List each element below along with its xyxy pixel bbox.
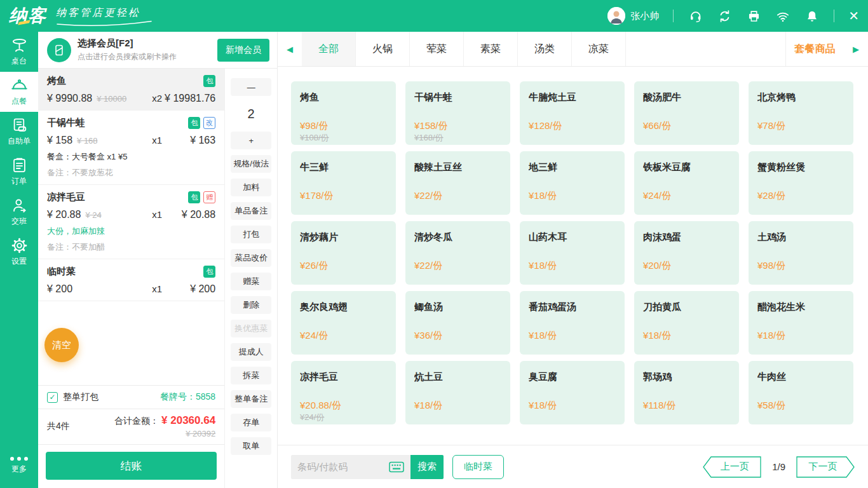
- tabs-scroll-right-icon[interactable]: ▶: [844, 32, 868, 66]
- action-delete[interactable]: 删除: [231, 296, 271, 314]
- action-pack[interactable]: 打包: [231, 226, 271, 243]
- tab-soup[interactable]: 汤类: [518, 32, 572, 66]
- add-member-button[interactable]: 新增会员: [217, 39, 269, 62]
- pack-checkbox[interactable]: ✓: [47, 392, 58, 403]
- action-order-note[interactable]: 整单备注: [231, 390, 271, 408]
- menu-item-card[interactable]: 醋泡花生米¥18/份: [749, 291, 853, 355]
- menu-item-card[interactable]: 土鸡汤¥98/份: [749, 221, 853, 285]
- cart-item-header: 临时菜包: [47, 266, 215, 278]
- menu-item-name: 山药木耳: [529, 231, 618, 243]
- self-order-icon: [11, 117, 28, 134]
- menu-item-card[interactable]: 铁板米豆腐¥24/份: [634, 151, 739, 215]
- menu-item-card[interactable]: 番茄鸡蛋汤¥18/份: [520, 291, 625, 355]
- sidebar-item-shift[interactable]: 交班: [0, 192, 38, 232]
- qty-plus-button[interactable]: +: [231, 132, 271, 149]
- menu-item-card[interactable]: 刀拍黄瓜¥18/份: [634, 291, 739, 355]
- cart-item[interactable]: 烤鱼包¥ 9990.88¥ 10000x2¥ 19981.76: [38, 69, 224, 111]
- printer-icon[interactable]: [746, 8, 761, 24]
- menu-item-card[interactable]: 地三鲜¥18/份: [520, 151, 625, 215]
- action-commission-person[interactable]: 提成人: [231, 343, 271, 361]
- tab-all[interactable]: 全部: [302, 32, 356, 66]
- next-page-button[interactable]: 下一页: [796, 456, 855, 478]
- select-member-button[interactable]: 选择会员[F2] 点击进行会员搜索或刷卡操作: [78, 37, 177, 62]
- close-icon[interactable]: ✕: [848, 10, 859, 22]
- sync-icon[interactable]: [717, 8, 732, 24]
- cart-item-total: ¥ 200: [162, 283, 215, 295]
- menu-item-card[interactable]: 凉拌毛豆¥20.88/份¥24/份: [291, 361, 396, 424]
- temp-dish-button[interactable]: 临时菜: [452, 455, 504, 479]
- menu-item-card[interactable]: 臭豆腐¥18/份: [520, 361, 625, 424]
- tabs-scroll-left-icon[interactable]: ◀: [278, 32, 302, 66]
- action-save-order[interactable]: 存单: [231, 414, 271, 431]
- tab-hotpot[interactable]: 火锅: [356, 32, 410, 66]
- tab-cold[interactable]: 凉菜: [572, 32, 626, 66]
- cart-item-prices: ¥ 20.88¥ 24x1¥ 20.88: [47, 209, 215, 220]
- action-spec-method[interactable]: 规格/做法: [231, 155, 271, 173]
- sidebar-item-orders[interactable]: 订单: [0, 152, 38, 192]
- user-menu[interactable]: 张小帅: [607, 7, 659, 25]
- action-item-note[interactable]: 单品备注: [231, 202, 271, 220]
- tab-vegetable[interactable]: 素菜: [464, 32, 518, 66]
- cart-item[interactable]: 凉拌毛豆包赠¥ 20.88¥ 24x1¥ 20.88大份，加麻加辣备注：不要加醋: [38, 185, 224, 259]
- menu-item-name: 凉拌毛豆: [300, 371, 390, 383]
- cart-item-header: 烤鱼包: [47, 75, 215, 87]
- action-swap-discount-dish[interactable]: 换优惠菜: [231, 320, 271, 337]
- menu-item-name: 烤鱼: [300, 92, 390, 104]
- member-header: 选择会员[F2] 点击进行会员搜索或刷卡操作 新增会员: [38, 32, 277, 69]
- action-retrieve-order[interactable]: 取单: [231, 437, 271, 455]
- sidebar-item-more[interactable]: 更多: [0, 444, 38, 488]
- prev-page-button[interactable]: 上一页: [703, 456, 761, 478]
- search-button[interactable]: 搜索: [410, 455, 444, 479]
- sidebar-item-label: 设置: [11, 256, 27, 267]
- menu-item-card[interactable]: 炕土豆¥18/份: [405, 361, 510, 424]
- menu-item-card[interactable]: 清炒冬瓜¥22/份: [405, 221, 510, 285]
- menu-item-card[interactable]: 酸辣土豆丝¥22/份: [405, 151, 510, 215]
- action-add-ingredient[interactable]: 加料: [231, 179, 271, 196]
- badge-pack: 包: [203, 266, 215, 278]
- sidebar-item-self-order[interactable]: 自助单: [0, 112, 38, 152]
- menu-item-card[interactable]: 酸汤肥牛¥66/份: [634, 81, 739, 145]
- item-count: 共4件: [47, 421, 70, 432]
- menu-item-card[interactable]: 牛腩炖土豆¥128/份: [520, 81, 625, 145]
- action-change-price[interactable]: 菜品改价: [231, 249, 271, 267]
- menu-item-name: 铁板米豆腐: [643, 161, 733, 173]
- menu-item-card[interactable]: 北京烤鸭¥78/份: [749, 81, 853, 145]
- sidebar-item-settings[interactable]: 设置: [0, 232, 38, 272]
- menu-item-card[interactable]: 烤鱼¥98/份¥108/份: [291, 81, 396, 145]
- order-panel-body: 烤鱼包¥ 9990.88¥ 10000x2¥ 19981.76干锅牛蛙包改¥ 1…: [38, 69, 277, 488]
- menu-item-card[interactable]: 清炒藕片¥26/份: [291, 221, 396, 285]
- action-split-dish[interactable]: 拆菜: [231, 367, 271, 384]
- qty-minus-button[interactable]: —: [231, 78, 271, 96]
- menu-item-card[interactable]: 鲫鱼汤¥36/份: [405, 291, 510, 355]
- cart-item-list: 烤鱼包¥ 9990.88¥ 10000x2¥ 19981.76干锅牛蛙包改¥ 1…: [38, 69, 224, 385]
- checkout-button[interactable]: 结账: [46, 452, 217, 480]
- sidebar-item-ordering[interactable]: 点餐: [0, 72, 38, 112]
- wifi-icon[interactable]: [775, 8, 790, 24]
- menu-item-card[interactable]: 山药木耳¥18/份: [520, 221, 625, 285]
- cart-item-name: 烤鱼: [47, 75, 66, 87]
- clear-cart-button[interactable]: 清空: [44, 328, 79, 362]
- barcode-input[interactable]: [297, 461, 372, 472]
- badge-pack: 包: [203, 75, 215, 87]
- menu-item-card[interactable]: 牛肉丝¥58/份: [749, 361, 853, 424]
- cart-item[interactable]: 临时菜包¥ 200x1¥ 200: [38, 259, 224, 301]
- app-body: 桌台点餐自助单订单交班设置 更多 选择会员[F2] 点击进行会员搜索或刷卡操作 …: [0, 32, 868, 488]
- menu-item-card[interactable]: 牛三鲜¥178/份: [291, 151, 396, 215]
- tab-combo-products[interactable]: 套餐商品: [785, 32, 844, 66]
- sidebar-item-tables[interactable]: 桌台: [0, 32, 38, 72]
- total-original: ¥ 20392: [114, 429, 215, 438]
- menu-item-price: ¥178/份: [300, 190, 334, 202]
- menu-item-card[interactable]: 肉沫鸡蛋¥20/份: [634, 221, 739, 285]
- menu-item-card[interactable]: 干锅牛蛙¥158/份¥168/份: [405, 81, 510, 145]
- action-gift-dish[interactable]: 赠菜: [231, 273, 271, 290]
- tab-meat[interactable]: 荤菜: [410, 32, 464, 66]
- menu-item-card[interactable]: 奥尔良鸡翅¥24/份: [291, 291, 396, 355]
- menu-item-card[interactable]: 蟹黄粉丝煲¥28/份: [749, 151, 853, 215]
- support-icon[interactable]: [688, 8, 703, 24]
- bell-icon[interactable]: [804, 8, 820, 24]
- cart-item[interactable]: 干锅牛蛙包改¥ 158¥ 168x1¥ 163餐盒：大号餐盒 x1 ¥5备注：不…: [38, 111, 224, 185]
- badge-pack: 包: [188, 117, 200, 129]
- menu-item-card[interactable]: 郭场鸡¥118/份: [634, 361, 739, 424]
- keyboard-icon[interactable]: [389, 461, 404, 473]
- cart-item-badges: 包: [203, 266, 215, 278]
